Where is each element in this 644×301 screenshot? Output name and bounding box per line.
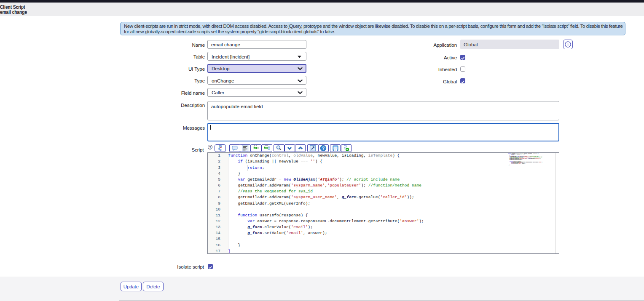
svg-text:?: ?	[322, 146, 325, 150]
